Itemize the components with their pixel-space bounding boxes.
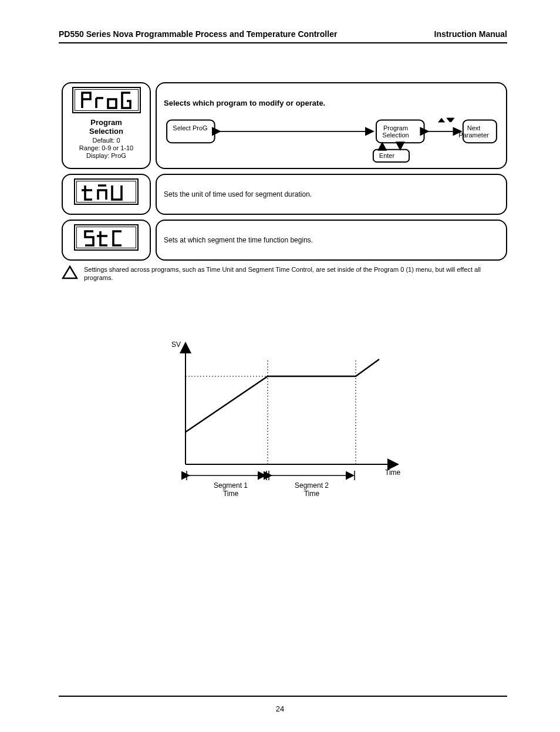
desc-box-prog: Selects which program to modify or opera… bbox=[156, 82, 507, 169]
lcd-frame bbox=[74, 178, 139, 205]
chart-xlabel: Time bbox=[385, 468, 400, 477]
disp-sub-prog: Default: 0 Range: 0-9 or 1-10 Display: P… bbox=[66, 137, 146, 160]
desc-text-stc: Sets at which segment the time function … bbox=[164, 236, 499, 244]
flow-label-d: Next Parameter bbox=[456, 125, 491, 139]
flow-diagram: Select ProG Program Selection Enter Next… bbox=[164, 112, 499, 163]
header-right: Instruction Manual bbox=[434, 29, 507, 39]
segment-time-chart: SV Time Segment 1 Time Segment 2 Time bbox=[168, 338, 403, 491]
lcd-inner bbox=[75, 89, 139, 111]
flow-label-b: Program Selection bbox=[373, 125, 419, 139]
note-text: Settings shared across programs, such as… bbox=[84, 265, 507, 282]
desc-text-tmu: Sets the unit of time used for segment d… bbox=[164, 190, 499, 198]
note-row: Settings shared across programs, such as… bbox=[62, 265, 507, 282]
desc-title-prog: Selects which program to modify or opera… bbox=[164, 99, 325, 107]
lcd-frame bbox=[74, 224, 139, 251]
display-box-prog: Program Selection Default: 0 Range: 0-9 … bbox=[62, 82, 151, 169]
desc-box-stc: Sets at which segment the time function … bbox=[156, 220, 507, 261]
disp-caption-prog: Program Selection bbox=[66, 118, 146, 136]
header-left: PD550 Series Nova Programmable Process a… bbox=[59, 29, 337, 39]
lcd-frame bbox=[72, 87, 141, 113]
bottom-rule bbox=[59, 696, 507, 697]
flow-label-a: Select ProG bbox=[167, 125, 213, 132]
desc-box-tmu: Sets the unit of time used for segment d… bbox=[156, 174, 507, 215]
page-number: 24 bbox=[0, 704, 560, 713]
chart-ylabel: SV bbox=[171, 340, 181, 349]
top-rule bbox=[59, 42, 507, 43]
lcd-inner bbox=[76, 227, 136, 248]
display-box-tmu bbox=[62, 174, 151, 215]
chart-bracket-0: Segment 1 Time bbox=[204, 481, 257, 498]
lcd-glyph-tnu bbox=[80, 182, 132, 202]
warning-icon bbox=[62, 265, 78, 279]
lcd-glyph-prog bbox=[79, 90, 134, 110]
flow-label-c: Enter bbox=[369, 153, 404, 160]
lcd-inner bbox=[76, 181, 136, 203]
lcd-glyph-stc bbox=[80, 228, 132, 248]
chart-bracket-1: Segment 2 Time bbox=[285, 481, 338, 498]
display-box-stc bbox=[62, 220, 151, 261]
